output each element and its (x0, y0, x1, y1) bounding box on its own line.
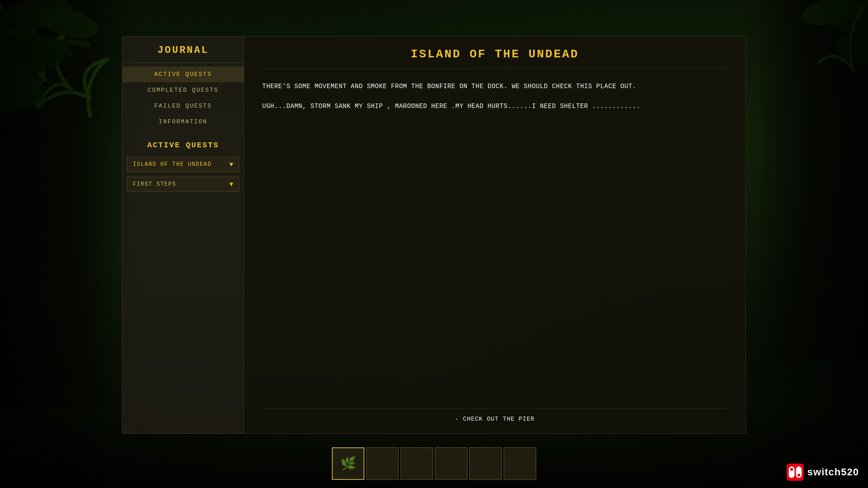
quest-sub-dropdown-first-steps[interactable]: FIRST STEPS ▼ (127, 177, 239, 192)
inventory-slot-2-inner (367, 448, 398, 479)
journal-title: JOURNAL (157, 45, 208, 56)
inventory-slot-3-inner (401, 448, 433, 479)
quest-description: THERE'S SOME MOVEMENT AND SMOKE FROM THE… (262, 81, 727, 408)
svg-point-11 (790, 468, 793, 471)
inventory-slot-5-inner (470, 448, 501, 479)
inventory-bar: 🌿 (332, 447, 536, 480)
journal-menu: ACTIVE QUESTS COMPLETED QUESTS FAILED QU… (123, 63, 244, 134)
journal-panel: JOURNAL ACTIVE QUESTS COMPLETED QUESTS F… (122, 36, 244, 434)
sub-dropdown-arrow-icon: ▼ (230, 181, 233, 188)
active-quests-label: ACTIVE QUESTS (127, 141, 239, 150)
menu-item-information[interactable]: INFORMATION (123, 114, 244, 130)
quest-objective: - CHECK OUT THE PIER (262, 408, 727, 422)
quest-paragraph-2: UGH...DAMN, STORM SANK MY SHIP , MAROONE… (262, 101, 727, 112)
inventory-slot-4-inner (435, 448, 467, 479)
inventory-slot-6[interactable] (504, 447, 536, 480)
inventory-slot-2[interactable] (366, 447, 399, 480)
inventory-slot-1-inner: 🌿 (333, 448, 363, 479)
journal-header: JOURNAL (123, 37, 244, 63)
menu-item-active-quests[interactable]: ACTIVE QUESTS (123, 66, 244, 82)
svg-point-12 (797, 474, 800, 476)
watermark-brand-text: switch520 (807, 466, 859, 478)
menu-item-completed-quests[interactable]: COMPLETED QUESTS (123, 82, 244, 98)
active-quests-section: ACTIVE QUESTS ISLAND OF THE UNDEAD ▼ FIR… (123, 134, 244, 433)
quest-paragraph-1: THERE'S SOME MOVEMENT AND SMOKE FROM THE… (262, 81, 727, 92)
switch-logo-icon (787, 464, 804, 481)
inventory-slot-5[interactable] (469, 447, 502, 480)
inventory-slot-3[interactable] (401, 447, 433, 480)
ui-container: JOURNAL ACTIVE QUESTS COMPLETED QUESTS F… (122, 36, 746, 434)
inventory-slot-4[interactable] (435, 447, 467, 480)
inventory-item-icon: 🌿 (340, 456, 356, 471)
quest-title: ISLAND OF THE UNDEAD (262, 47, 727, 69)
quest-sub-text: FIRST STEPS (133, 181, 176, 188)
quest-dropdown-island[interactable]: ISLAND OF THE UNDEAD ▼ (127, 157, 239, 172)
dropdown-arrow-icon: ▼ (230, 161, 233, 168)
quest-dropdown-text: ISLAND OF THE UNDEAD (133, 161, 212, 168)
quest-detail-panel: ISLAND OF THE UNDEAD THERE'S SOME MOVEME… (244, 36, 746, 434)
inventory-slot-6-inner (504, 448, 536, 479)
watermark: switch520 (787, 464, 859, 481)
menu-item-failed-quests[interactable]: FAILED QUESTS (123, 98, 244, 114)
inventory-slot-1[interactable]: 🌿 (332, 447, 364, 480)
